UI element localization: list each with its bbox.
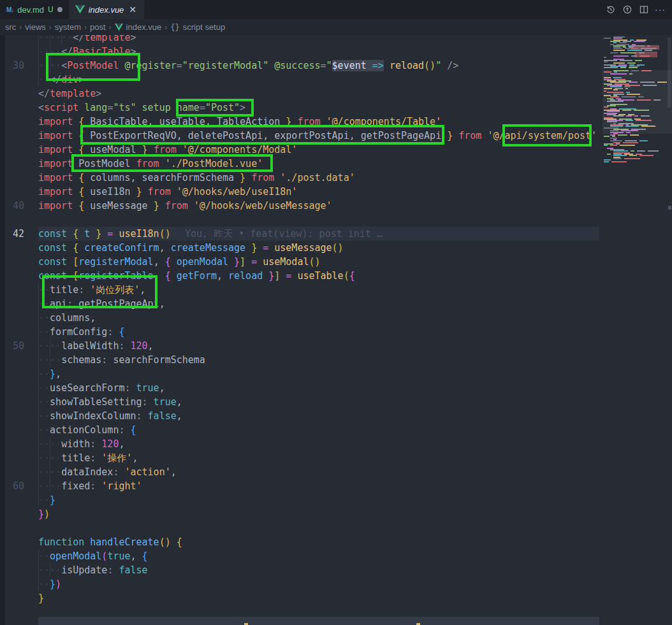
minimap-line (613, 55, 629, 57)
code-line: ····labelWidth: 120, (38, 339, 599, 353)
indent-guide (38, 465, 39, 479)
indent-guide (50, 353, 50, 367)
minimap-slider[interactable] (603, 70, 672, 134)
vscode-window: M↓ dev.md U index.vue ✕ (0, 0, 672, 625)
minimap-line (648, 150, 659, 152)
tab-dev-md[interactable]: M↓ dev.md U (0, 0, 69, 19)
code-line: ····width: 120, (38, 437, 599, 451)
indent-guide (38, 339, 39, 353)
minimap-highlight-block (631, 45, 659, 50)
indent-guide (38, 73, 39, 87)
git-blame-annotation: You, 昨天 • feat(view): post init … (185, 227, 383, 241)
minimap-line (618, 134, 627, 136)
chevron-right-icon: › (49, 23, 52, 32)
code-line (38, 213, 599, 227)
minimap-line (604, 161, 609, 162)
vue-icon (115, 24, 123, 31)
minimap-line (631, 150, 634, 152)
whitespace-dots: ·· (38, 368, 50, 380)
breadcrumb-item-file[interactable]: index.vue (126, 22, 162, 32)
whitespace-dots: ·· (38, 382, 50, 394)
minimap-line (604, 67, 618, 68)
minimap-line (629, 155, 637, 156)
breadcrumb-item-system[interactable]: system (55, 22, 81, 32)
more-actions-icon[interactable]: ··· (655, 4, 666, 15)
history-icon[interactable] (605, 4, 616, 15)
code-line: ··}) (38, 577, 599, 591)
minimap-line (620, 60, 632, 61)
minimap-line (604, 38, 611, 39)
minimap-highlight-block (634, 52, 657, 57)
indent-guide (38, 409, 39, 423)
unsaved-dot-icon[interactable] (57, 7, 62, 12)
code-line: ··showTableSetting: true, (38, 395, 599, 409)
minimap-line (624, 158, 640, 159)
indent-guide (38, 35, 39, 45)
minimap-line (639, 140, 648, 141)
minimap-line (607, 154, 611, 155)
chevron-right-icon: › (164, 23, 167, 32)
indent-guide (50, 563, 50, 577)
indent-guide (38, 437, 39, 451)
code-line: import { columns, searchFormSchema } fro… (38, 171, 599, 185)
whitespace-dots: ·· (38, 550, 50, 562)
tab-index-vue[interactable]: index.vue ✕ (69, 0, 144, 19)
annotation-box (42, 275, 157, 308)
editor-left-edge (0, 35, 5, 625)
code-line: const [registerModal, { openModal }] = u… (38, 255, 599, 269)
whitespace-dots: ·· (38, 424, 50, 436)
vue-icon (75, 5, 85, 14)
code-line: ··useSearchForm: true, (38, 381, 599, 395)
minimap-line (635, 60, 642, 61)
indent-guide (38, 577, 39, 591)
symbol-brace-icon: {} (170, 23, 179, 32)
minimap-line (610, 145, 617, 146)
code-line: const { t } = useI18n()You, 昨天 • feat(vi… (38, 227, 599, 241)
code-line: ····dataIndex: 'action', (38, 465, 599, 479)
indent-guide (38, 549, 39, 563)
line-number: 50 (0, 339, 24, 353)
code-line: ····schemas: searchFormSchema (38, 353, 599, 367)
close-icon[interactable]: ✕ (128, 4, 138, 15)
minimap-line (604, 136, 610, 137)
scrollbar-decoration (668, 206, 671, 210)
breadcrumb-item-post[interactable]: post (90, 22, 106, 32)
indent-guide (38, 493, 39, 507)
scrollbar-thumb[interactable] (668, 38, 671, 108)
split-editor-icon[interactable] (638, 4, 649, 15)
indent-guide (38, 451, 39, 465)
code-line: ····fixed: 'right' (38, 479, 599, 493)
code-editor[interactable]: 3040425060 ······</template>····</BasicT… (0, 35, 672, 625)
code-line: </template> (38, 87, 599, 101)
indent-guide (38, 59, 39, 73)
indent-guide (38, 479, 39, 493)
whitespace-dots: ·· (38, 312, 50, 324)
indent-guide (38, 367, 39, 381)
minimap-line (637, 150, 645, 152)
breadcrumb-item-src[interactable]: src (5, 22, 16, 32)
code-line: }) (38, 507, 599, 521)
indent-guide (38, 353, 39, 367)
code-line: function handleCreate() { (38, 535, 599, 549)
breadcrumb-item-script-setup[interactable]: script setup (183, 22, 225, 32)
line-number: 42 (0, 227, 24, 241)
code-line: <script lang="ts" setup name="Post"> (38, 101, 599, 115)
minimap-line (623, 142, 638, 143)
annotation-box (46, 53, 140, 81)
code-line (38, 521, 599, 535)
indent-guide (38, 563, 39, 577)
code-line: ··openModal(true, { (38, 549, 599, 563)
whitespace-dots: ·· (38, 326, 50, 338)
run-circle-icon[interactable] (622, 4, 632, 15)
code-line: import { useI18n } from '@/hooks/web/use… (38, 185, 599, 199)
minimap-line (629, 67, 638, 68)
minimap[interactable] (603, 35, 672, 625)
minimap-line (613, 50, 625, 51)
code-line: ····title: '操作', (38, 451, 599, 465)
line-number: 40 (0, 199, 24, 213)
whitespace-dots: ······ (38, 35, 73, 43)
code-line: } (38, 591, 599, 605)
tab-label: index.vue (89, 5, 124, 15)
breadcrumb-item-views[interactable]: views (25, 22, 46, 32)
tab-bar: M↓ dev.md U index.vue ✕ (0, 0, 672, 19)
